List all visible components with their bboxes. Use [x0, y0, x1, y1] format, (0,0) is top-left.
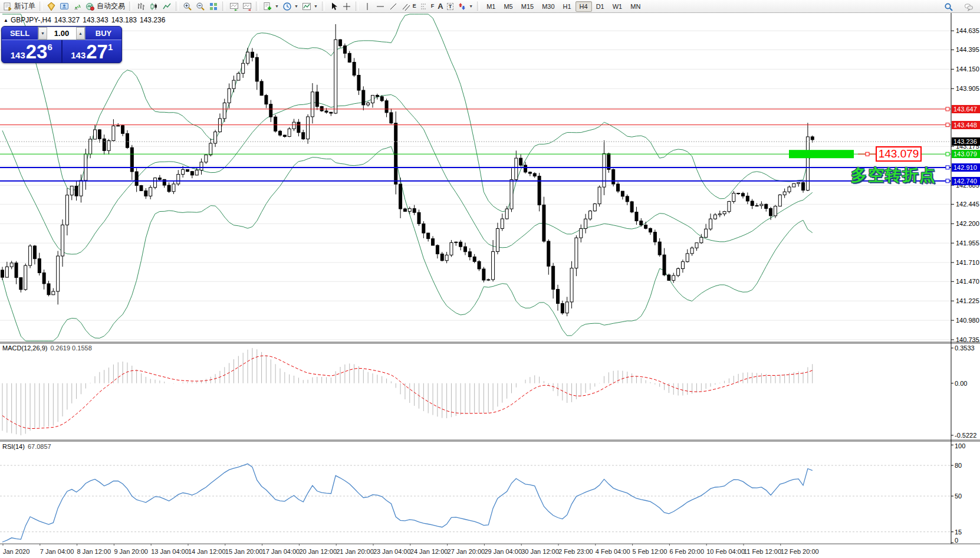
rsi-label: RSI(14)67.0857 — [2, 443, 51, 450]
rsi-line — [2, 464, 813, 542]
toolbar-grip — [176, 2, 179, 11]
horizontal-line-tool-button[interactable] — [374, 1, 387, 12]
bar-chart-button[interactable] — [134, 1, 147, 12]
timeframe-W1[interactable]: W1 — [609, 1, 627, 12]
time-axis-label: 9 Jan 20:00 — [114, 548, 148, 555]
time-axis-label: 10 Feb 04:00 — [706, 548, 745, 555]
toolbar-right-group — [942, 1, 975, 13]
time-axis-label: 12 Feb 20:00 — [781, 548, 819, 555]
search-icon — [944, 2, 953, 12]
toolbar-grip — [129, 2, 132, 11]
rsi-scale-tick: 0 — [955, 537, 958, 544]
timeframe-H1[interactable]: H1 — [559, 1, 575, 12]
signals-button[interactable] — [71, 1, 84, 12]
timeframe-M30[interactable]: M30 — [538, 1, 558, 12]
auto-scroll-button[interactable] — [228, 1, 241, 12]
fibonacci-tool-button[interactable]: F — [418, 1, 436, 12]
auto-trading-icon — [85, 2, 95, 11]
ohlc-low: 143.183 — [111, 16, 137, 24]
macd-scale-tick: -0.5222 — [955, 432, 976, 439]
timeframe-MN[interactable]: MN — [626, 1, 644, 12]
trendline-tool-button[interactable] — [387, 1, 400, 12]
auto-scroll-icon — [229, 2, 239, 11]
community-button[interactable] — [58, 1, 71, 12]
time-axis-label: 5 Feb 12:00 — [633, 548, 667, 555]
mt4-window: { "toolbar": { "new_order_label": "新订单",… — [0, 0, 980, 558]
time-axis-label: 4 Feb 04:00 — [596, 548, 630, 555]
auto-trading-button[interactable]: 自动交易 — [84, 1, 127, 12]
annotation-text[interactable]: 多空转折点 — [851, 165, 936, 186]
buy-button[interactable]: BUY — [85, 27, 121, 40]
signals-icon — [73, 2, 82, 11]
templates-button[interactable]: ▼ — [300, 1, 320, 12]
tile-windows-icon — [209, 2, 218, 11]
zoom-in-button[interactable] — [181, 1, 194, 12]
price-tick: 144.635 — [956, 27, 979, 34]
timeframe-D1[interactable]: D1 — [592, 1, 609, 12]
crosshair-tool-button[interactable] — [340, 1, 353, 12]
timeframe-M1[interactable]: M1 — [482, 1, 499, 12]
timeframe-M5[interactable]: M5 — [499, 1, 517, 12]
one-click-trading-panel: SELL ▼ 1.00 ▲ BUY 143 23 6 143 27 1 — [1, 26, 122, 63]
price-callout-box[interactable]: 143.079 — [876, 146, 922, 162]
search-button[interactable] — [942, 1, 955, 13]
label-tool-button[interactable]: T — [445, 1, 456, 12]
price-tick: 142.200 — [956, 220, 979, 227]
time-axis-label: 29 Jan 04:00 — [484, 548, 522, 555]
crosshair-icon — [342, 2, 351, 11]
new-order-button[interactable]: 新订单 — [1, 1, 37, 12]
horizontal-line-icon — [376, 2, 385, 11]
chat-button[interactable] — [962, 1, 975, 13]
arrows-tool-button[interactable]: ▼ — [455, 1, 475, 12]
channel-icon — [402, 2, 411, 11]
volume-down-icon[interactable]: ▼ — [38, 27, 47, 40]
timeframe-H4[interactable]: H4 — [575, 1, 592, 12]
collapse-arrow-icon[interactable]: ▲ — [4, 18, 8, 23]
time-axis-label: 20 Jan 12:00 — [299, 548, 337, 555]
chat-icon — [964, 2, 974, 12]
time-axis-label: 17 Jan 04:00 — [262, 548, 300, 555]
buy-price[interactable]: 143 27 1 — [63, 40, 122, 63]
dropdown-caret-icon: ▼ — [314, 4, 318, 8]
volume-field[interactable]: ▼ 1.00 ▲ — [38, 27, 85, 40]
time-axis-label: 15 Jan 20:00 — [225, 548, 263, 555]
timeframe-M15[interactable]: M15 — [517, 1, 538, 12]
line-chart-button[interactable] — [160, 1, 173, 12]
sell-price[interactable]: 143 23 6 — [2, 40, 61, 63]
time-axis-label: 14 Jan 12:00 — [188, 548, 226, 555]
price-flag: 142.910 — [952, 163, 980, 172]
volume-value[interactable]: 1.00 — [47, 27, 76, 40]
zoom-out-button[interactable] — [194, 1, 207, 12]
volume-up-icon[interactable]: ▲ — [76, 27, 85, 40]
template-icon — [302, 2, 311, 11]
dropdown-caret-icon: ▼ — [275, 4, 279, 8]
chart-shift-button[interactable] — [241, 1, 254, 12]
periods-button[interactable]: ▼ — [281, 1, 300, 12]
fibonacci-icon — [420, 2, 429, 11]
candlestick-chart-button[interactable] — [147, 1, 160, 12]
vertical-line-tool-button[interactable] — [361, 1, 374, 12]
new-order-label: 新订单 — [14, 1, 35, 11]
trendline-icon — [389, 2, 398, 11]
zoom-out-icon — [196, 2, 205, 11]
price-tick: 144.150 — [956, 65, 979, 73]
rsi-scale-tick: 50 — [955, 493, 962, 500]
sell-button[interactable]: SELL — [2, 27, 38, 40]
market-button[interactable] — [45, 1, 58, 12]
macd-label: MACD(12,26,9)0.2619 0.1558 — [2, 344, 92, 352]
add-indicator-button[interactable]: ▼ — [261, 1, 281, 12]
channel-tool-button[interactable]: E — [400, 1, 418, 12]
time-axis-label: 13 Jan 04:00 — [151, 548, 189, 555]
symbol-period: GBPJPY-,H4 — [11, 16, 51, 24]
ohlc-open: 143.327 — [54, 16, 80, 24]
cursor-tool-button[interactable] — [327, 1, 340, 12]
rsi-scale-tick: 15 — [955, 529, 962, 536]
macd-scale-tick: 0.00 — [955, 380, 967, 387]
buy-price-prefix: 143 — [71, 50, 85, 60]
community-icon — [60, 2, 69, 11]
text-tool-button[interactable]: A — [436, 1, 445, 12]
toolbar: 新订单 自动交易 ▼ ▼ — [0, 0, 980, 13]
chart-plot-area[interactable] — [0, 13, 951, 342]
time-axis-label: 11 Feb 12:00 — [744, 548, 781, 555]
tile-windows-button[interactable] — [207, 1, 220, 12]
